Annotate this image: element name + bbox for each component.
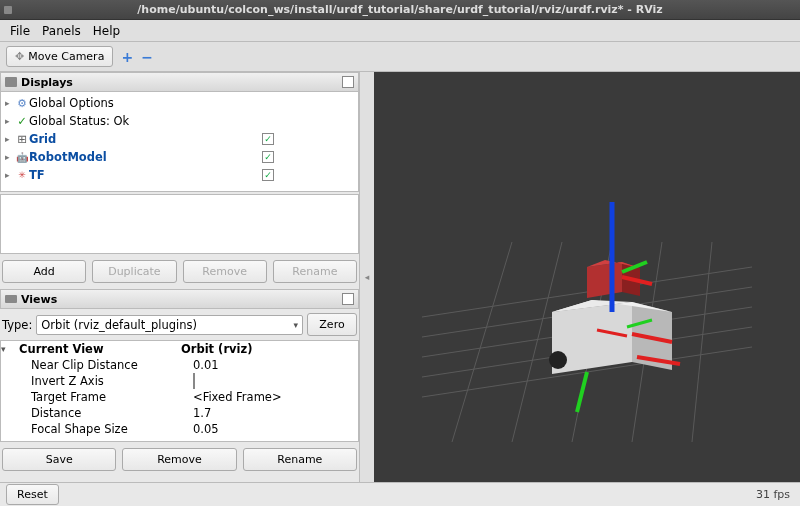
prop-key: Invert Z Axis (13, 374, 193, 388)
window-controls[interactable] (4, 6, 12, 14)
fps-label: 31 fps (756, 488, 790, 501)
expand-icon[interactable]: ▸ (5, 134, 15, 144)
prop-key: Focal Shape Size (13, 422, 193, 436)
expand-icon[interactable]: ▸ (5, 152, 15, 162)
displays-collapse-button[interactable] (342, 76, 354, 88)
svg-line-5 (452, 242, 512, 442)
globe-icon: ⚙ (15, 97, 29, 110)
prop-value[interactable]: 0.05 (193, 422, 358, 436)
displays-tree[interactable]: ▸ ⚙ Global Options ▸ ✓ Global Status: Ok… (0, 92, 359, 192)
tree-item-label: Global Options (29, 96, 354, 110)
menu-help[interactable]: Help (87, 22, 126, 40)
prop-value[interactable]: 1.7 (193, 406, 358, 420)
remove-tool-button[interactable]: − (141, 49, 153, 65)
tf-icon: ✳ (15, 170, 29, 180)
prop-target-frame[interactable]: Target Frame<Fixed Frame> (1, 389, 358, 405)
visibility-checkbox[interactable]: ✓ (262, 151, 274, 163)
move-camera-label: Move Camera (28, 50, 104, 63)
svg-marker-15 (587, 262, 622, 298)
prop-key: Near Clip Distance (13, 358, 193, 372)
views-header[interactable]: Views (0, 289, 359, 309)
tree-item-grid[interactable]: ▸ ⊞ Grid ✓ (5, 130, 354, 148)
camera-icon (5, 295, 17, 303)
svg-point-14 (549, 351, 567, 369)
views-collapse-button[interactable] (342, 293, 354, 305)
expand-icon[interactable]: ▸ (5, 116, 15, 126)
statusbar: Reset 31 fps (0, 482, 800, 506)
add-button[interactable]: Add (2, 260, 86, 283)
duplicate-button: Duplicate (92, 260, 176, 283)
window-title: /home/ubuntu/colcon_ws/install/urdf_tuto… (137, 3, 662, 16)
view-properties[interactable]: ▾ Current View Orbit (rviz) Near Clip Di… (0, 340, 359, 442)
tree-item-label: RobotModel (29, 150, 262, 164)
remove-button: Remove (183, 260, 267, 283)
prop-focal-shape[interactable]: Focal Shape Size0.05 (1, 421, 358, 437)
prop-key: Distance (13, 406, 193, 420)
views-header-label: Views (21, 293, 57, 306)
invert-z-checkbox[interactable] (193, 373, 195, 389)
views-type-row: Type: Orbit (rviz_default_plugins) ▾ Zer… (0, 309, 359, 340)
displays-header-label: Displays (21, 76, 73, 89)
rename-view-button[interactable]: Rename (243, 448, 357, 471)
reset-button[interactable]: Reset (6, 484, 59, 505)
description-area (0, 194, 359, 254)
prop-value[interactable] (193, 374, 358, 388)
prop-key: Target Frame (13, 390, 193, 404)
robot-icon: 🤖 (15, 152, 29, 163)
check-icon: ✓ (15, 114, 29, 128)
add-tool-button[interactable]: + (121, 49, 133, 65)
collapse-icon[interactable]: ▾ (1, 344, 13, 354)
save-button[interactable]: Save (2, 448, 116, 471)
displays-buttons: Add Duplicate Remove Rename (0, 254, 359, 289)
3d-viewport[interactable] (374, 72, 800, 482)
displays-header[interactable]: Displays (0, 72, 359, 92)
current-view-value: Orbit (rviz) (181, 342, 358, 356)
tree-item-label: TF (29, 168, 262, 182)
tree-item-label: Global Status: Ok (29, 114, 354, 128)
grid-icon: ⊞ (15, 132, 29, 146)
prop-near-clip[interactable]: Near Clip Distance0.01 (1, 357, 358, 373)
prop-value[interactable]: <Fixed Frame> (193, 390, 358, 404)
expand-icon[interactable]: ▸ (5, 170, 15, 180)
prop-invert-z[interactable]: Invert Z Axis (1, 373, 358, 389)
view-type-value: Orbit (rviz_default_plugins) (41, 318, 197, 332)
chevron-down-icon: ▾ (293, 320, 298, 330)
tree-item-label: Grid (29, 132, 262, 146)
visibility-checkbox[interactable]: ✓ (262, 133, 274, 145)
rename-button: Rename (273, 260, 357, 283)
prop-distance[interactable]: Distance1.7 (1, 405, 358, 421)
views-buttons: Save Remove Rename (0, 442, 359, 477)
scene-render (422, 112, 752, 442)
left-column: Displays ▸ ⚙ Global Options ▸ ✓ Global S… (0, 72, 360, 482)
splitter[interactable]: ◂ (360, 72, 374, 482)
titlebar: /home/ubuntu/colcon_ws/install/urdf_tuto… (0, 0, 800, 20)
svg-line-9 (692, 242, 712, 442)
visibility-checkbox[interactable]: ✓ (262, 169, 274, 181)
current-view-label: Current View (13, 342, 181, 356)
prop-value[interactable]: 0.01 (193, 358, 358, 372)
tree-item-tf[interactable]: ▸ ✳ TF ✓ (5, 166, 354, 184)
remove-view-button[interactable]: Remove (122, 448, 236, 471)
tree-item-global-options[interactable]: ▸ ⚙ Global Options (5, 94, 354, 112)
move-camera-button[interactable]: ✥ Move Camera (6, 46, 113, 67)
expand-icon[interactable]: ▸ (5, 98, 15, 108)
tree-item-robotmodel[interactable]: ▸ 🤖 RobotModel ✓ (5, 148, 354, 166)
move-camera-icon: ✥ (15, 50, 24, 63)
toolbar: ✥ Move Camera + − (0, 42, 800, 72)
menu-panels[interactable]: Panels (36, 22, 87, 40)
type-label: Type: (2, 318, 32, 332)
zero-button[interactable]: Zero (307, 313, 357, 336)
menubar: File Panels Help (0, 20, 800, 42)
menu-file[interactable]: File (4, 22, 36, 40)
tree-item-global-status[interactable]: ▸ ✓ Global Status: Ok (5, 112, 354, 130)
view-type-dropdown[interactable]: Orbit (rviz_default_plugins) ▾ (36, 315, 303, 335)
displays-icon (5, 77, 17, 87)
current-view-row[interactable]: ▾ Current View Orbit (rviz) (1, 341, 358, 357)
svg-line-19 (577, 372, 587, 412)
